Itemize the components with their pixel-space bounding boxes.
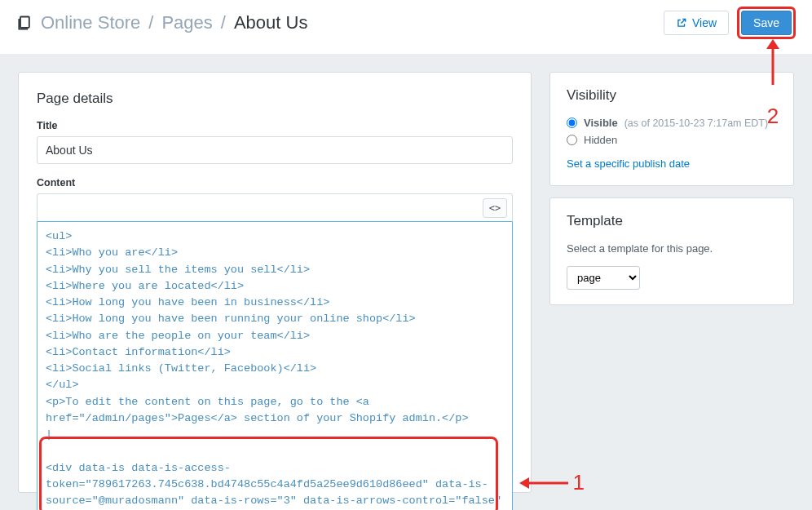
set-publish-date-link[interactable]: Set a specific publish date [567, 157, 690, 170]
visibility-card: Visibility Visible (as of 2015-10-23 7:1… [549, 72, 794, 186]
svg-rect-0 [20, 17, 29, 28]
content-textarea[interactable] [37, 221, 513, 510]
content-label: Content [37, 177, 513, 188]
visibility-visible-label: Visible [584, 117, 618, 129]
save-button-label: Save [753, 16, 779, 29]
breadcrumb-current: About Us [234, 12, 308, 33]
html-toggle-button[interactable]: <> [483, 198, 507, 218]
header-actions: View Save 2 [664, 7, 796, 39]
template-card: Template Select a template for this page… [549, 197, 794, 305]
page-details-heading: Page details [37, 91, 513, 107]
breadcrumb-separator: / [148, 12, 153, 33]
editor-toolbar: <> [37, 193, 513, 221]
breadcrumb-section[interactable]: Online Store [41, 12, 140, 33]
visibility-option-visible[interactable]: Visible (as of 2015-10-23 7:17am EDT) [567, 117, 777, 129]
workspace: Page details Title Content <> 1 Visibili… [0, 54, 812, 510]
breadcrumb-separator: / [221, 12, 226, 33]
template-description: Select a template for this page. [567, 242, 777, 255]
title-label: Title [37, 120, 513, 131]
visibility-option-hidden[interactable]: Hidden [567, 134, 777, 146]
breadcrumb-subsection[interactable]: Pages [161, 12, 212, 33]
template-select[interactable]: page [567, 266, 640, 290]
save-button[interactable]: Save [741, 11, 792, 35]
sidebar: Visibility Visible (as of 2015-10-23 7:1… [549, 72, 794, 493]
view-button[interactable]: View [664, 11, 729, 35]
view-button-label: View [692, 16, 717, 29]
top-bar: Online Store / Pages / About Us View Sav… [0, 0, 812, 54]
breadcrumb: Online Store / Pages / About Us [16, 12, 307, 33]
template-heading: Template [567, 213, 777, 229]
visibility-radio-hidden[interactable] [567, 135, 577, 145]
visibility-visible-meta: (as of 2015-10-23 7:17am EDT) [624, 118, 768, 129]
svg-marker-2 [766, 39, 779, 49]
external-link-icon [676, 17, 687, 29]
visibility-hidden-label: Hidden [584, 134, 617, 146]
annotation-highlight-save: Save [737, 7, 796, 39]
pages-icon [16, 15, 33, 31]
visibility-radio-visible[interactable] [567, 118, 577, 128]
svg-marker-4 [519, 477, 529, 489]
title-input[interactable] [37, 136, 513, 164]
content-editor: <> 1 [37, 193, 513, 510]
page-details-card: Page details Title Content <> 1 [18, 72, 532, 493]
visibility-heading: Visibility [567, 87, 777, 104]
